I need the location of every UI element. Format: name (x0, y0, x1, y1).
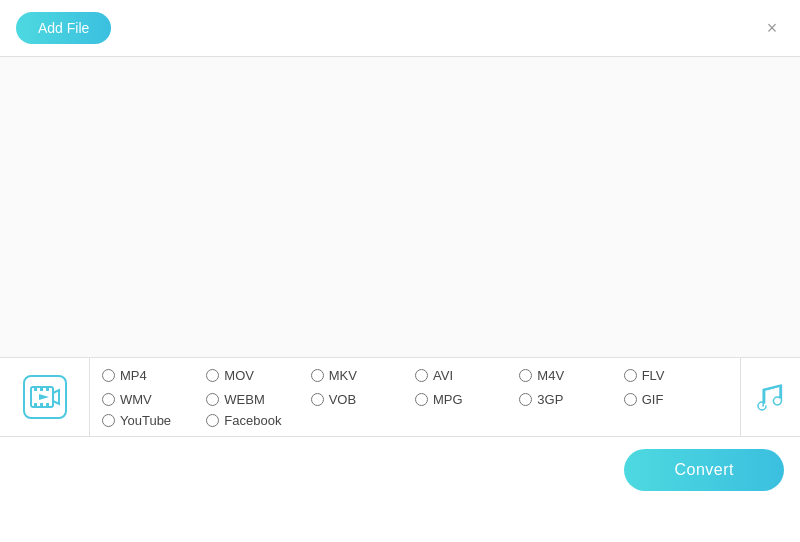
format-label-facebook: Facebook (224, 413, 281, 428)
format-option-gif[interactable]: GIF (624, 392, 728, 407)
svg-rect-1 (34, 387, 37, 391)
format-label-3gp: 3GP (537, 392, 563, 407)
format-label-gif: GIF (642, 392, 664, 407)
add-file-button[interactable]: Add File (16, 12, 111, 44)
svg-rect-6 (46, 403, 49, 407)
format-label-avi: AVI (433, 368, 453, 383)
format-label-mkv: MKV (329, 368, 357, 383)
svg-rect-2 (40, 387, 43, 391)
format-label-mov: MOV (224, 368, 254, 383)
format-option-mpg[interactable]: MPG (415, 392, 519, 407)
header: Add File × (0, 0, 800, 57)
format-label-m4v: M4V (537, 368, 564, 383)
format-label-vob: VOB (329, 392, 356, 407)
format-option-youtube[interactable]: YouTube (102, 413, 206, 428)
format-label-flv: FLV (642, 368, 665, 383)
format-option-mkv[interactable]: MKV (311, 368, 415, 383)
format-options-grid: MP4 MOV MKV AVI M4V FLV WMV WEBM (90, 358, 740, 436)
format-option-m4v[interactable]: M4V (519, 368, 623, 383)
close-button[interactable]: × (760, 16, 784, 40)
video-icon (23, 375, 67, 419)
convert-button[interactable]: Convert (624, 449, 784, 491)
format-option-mov[interactable]: MOV (206, 368, 310, 383)
format-option-3gp[interactable]: 3GP (519, 392, 623, 407)
format-option-webm[interactable]: WEBM (206, 392, 310, 407)
footer: Convert (0, 437, 800, 503)
format-label-wmv: WMV (120, 392, 152, 407)
main-content-area (0, 57, 800, 357)
video-format-icon-area[interactable] (0, 358, 90, 436)
format-option-facebook[interactable]: Facebook (206, 413, 310, 428)
format-option-avi[interactable]: AVI (415, 368, 519, 383)
audio-format-icon-area[interactable] (740, 358, 800, 436)
format-option-vob[interactable]: VOB (311, 392, 415, 407)
format-option-flv[interactable]: FLV (624, 368, 728, 383)
svg-rect-3 (46, 387, 49, 391)
format-label-youtube: YouTube (120, 413, 171, 428)
music-note-icon (754, 380, 788, 414)
format-label-mpg: MPG (433, 392, 463, 407)
format-label-webm: WEBM (224, 392, 264, 407)
svg-marker-7 (39, 394, 49, 400)
svg-rect-5 (40, 403, 43, 407)
format-option-mp4[interactable]: MP4 (102, 368, 206, 383)
format-label-mp4: MP4 (120, 368, 147, 383)
svg-rect-4 (34, 403, 37, 407)
format-option-wmv[interactable]: WMV (102, 392, 206, 407)
format-bar: MP4 MOV MKV AVI M4V FLV WMV WEBM (0, 357, 800, 437)
